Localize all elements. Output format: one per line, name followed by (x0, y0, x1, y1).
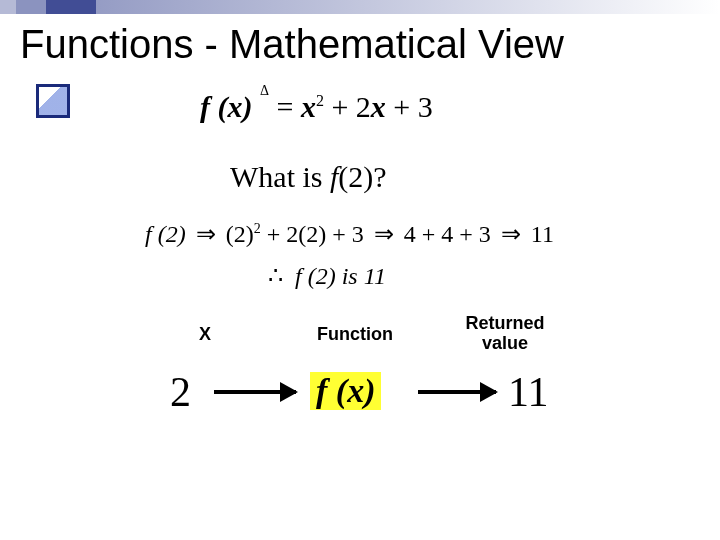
label-returned-value: Returned value (450, 314, 560, 354)
flow-output: 11 (508, 368, 548, 416)
eval-step2: 4 + 4 + 3 (404, 221, 491, 247)
label-function: Function (300, 324, 410, 345)
conclusion-row: ∴ f (2) is 11 (268, 262, 386, 290)
delta-symbol: Δ (260, 83, 269, 98)
therefore-symbol: ∴ (268, 263, 289, 289)
label-x: X (180, 324, 230, 345)
question-text: What is f(2)? (230, 160, 387, 194)
arrow-icon (214, 390, 296, 394)
slide: Functions - Mathematical View f (x) Δ = … (0, 0, 720, 540)
arrow-icon (418, 390, 496, 394)
eval-result: 11 (531, 221, 554, 247)
flow-input: 2 (170, 368, 191, 416)
flow-function-box: f (x) (310, 372, 381, 410)
header-ribbon (0, 0, 720, 14)
slide-title: Functions - Mathematical View (20, 22, 564, 67)
evaluation-row: f (2) ⇒ (2)2 + 2(2) + 3 ⇒ 4 + 4 + 3 ⇒ 11 (145, 220, 554, 248)
conclusion-text: f (2) is 11 (295, 263, 386, 289)
bullet-icon (36, 84, 70, 118)
function-definition: f (x) Δ = x2 + 2x + 3 (200, 90, 433, 124)
definition-lhs: f (x) (200, 90, 252, 123)
flow-diagram: 2 f (x) 11 (0, 368, 720, 428)
eval-lhs: f (2) (145, 221, 186, 247)
